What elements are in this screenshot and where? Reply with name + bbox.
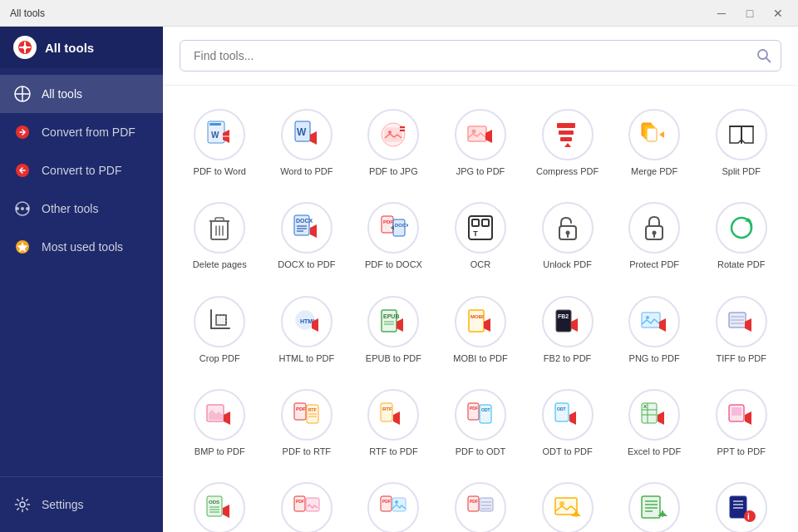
tool-item-odt-to-pdf[interactable]: ODT ODT to PDF [527, 379, 608, 466]
svg-rect-141 [642, 496, 660, 518]
tool-icon-merge-pdf [628, 109, 680, 160]
tool-icon-edit-metadata: i [716, 482, 767, 532]
tool-item-edit-metadata[interactable]: i Edit metadata [701, 472, 781, 532]
tool-icon-pdf-to-png: PDF [367, 482, 419, 532]
tool-item-png-to-pdf[interactable]: PNG to PDF [614, 286, 695, 372]
svg-marker-114 [658, 411, 664, 425]
tool-icon-png-to-pdf [628, 296, 680, 347]
tool-item-compress-pdf[interactable]: Compress PDF [527, 99, 608, 185]
svg-text:ODS: ODS [209, 500, 219, 505]
tool-item-pdf-to-rtf[interactable]: PDF RTF PDF to RTF [267, 379, 347, 466]
window-title: All tools [7, 7, 45, 19]
tool-icon-crop-pdf [194, 296, 245, 347]
tool-item-docx-to-pdf[interactable]: DOCX DOCX to PDF [267, 192, 347, 278]
tool-icon-mobi-to-pdf: MOBI [455, 296, 506, 347]
tool-item-ocr[interactable]: T OCR [441, 192, 521, 278]
convert-to-pdf-icon [13, 161, 32, 180]
svg-point-11 [758, 50, 767, 59]
svg-rect-133 [480, 498, 493, 511]
svg-point-130 [395, 500, 398, 504]
tool-item-epub-to-pdf[interactable]: EPUB EPUB to PDF [353, 286, 434, 372]
svg-rect-29 [557, 123, 575, 128]
tool-item-pdf-to-png[interactable]: PDF PDF to PNG [353, 472, 434, 532]
svg-text:FB2: FB2 [558, 313, 569, 319]
svg-point-6 [21, 207, 24, 210]
tools-grid: W PDF to Word W Word to PDF PDF to JPG J… [163, 86, 798, 532]
sidebar-item-most-used-tools-label: Most used tools [42, 240, 123, 254]
svg-rect-35 [647, 128, 657, 141]
sidebar-item-all-tools[interactable]: All tools [0, 75, 163, 113]
settings-item[interactable]: Settings [13, 487, 150, 522]
tool-item-split-pdf[interactable]: Split PDF [701, 99, 781, 185]
sidebar-footer: Settings [0, 476, 163, 532]
svg-text:PDF: PDF [470, 406, 478, 411]
tool-item-crop-pdf[interactable]: Crop PDF [180, 286, 260, 372]
tool-item-bmp-to-pdf[interactable]: BMP to PDF [180, 379, 260, 466]
sidebar-item-convert-to-pdf[interactable]: Convert to PDF [0, 151, 163, 190]
tool-icon-epub-to-pdf: EPUB [367, 296, 419, 347]
svg-marker-20 [310, 131, 317, 145]
tool-item-delete-pages[interactable]: Delete pages [180, 192, 260, 278]
tool-icon-pdf-to-tiff: PDF [455, 482, 506, 532]
maximize-button[interactable]: □ [736, 3, 763, 23]
tool-item-pdf-to-word[interactable]: W PDF to Word [180, 99, 260, 185]
search-bar [163, 27, 798, 86]
tool-label-protect-pdf: Protect PDF [629, 259, 679, 270]
svg-text:EPUB: EPUB [383, 313, 399, 319]
tool-label-pdf-to-jpg: PDF to JPG [369, 165, 418, 177]
svg-text:ODT: ODT [481, 407, 490, 412]
minimize-button[interactable]: ─ [708, 3, 735, 23]
tool-item-mobi-to-pdf[interactable]: MOBI MOBI to PDF [441, 286, 521, 372]
tool-item-protect-pdf[interactable]: Protect PDF [614, 192, 695, 278]
svg-rect-31 [560, 137, 572, 141]
tool-item-excel-to-pdf[interactable]: X Excel to PDF [614, 379, 695, 466]
tool-icon-tiff-to-pdf [716, 296, 767, 347]
search-input[interactable] [180, 40, 781, 71]
tool-label-jpg-to-pdf: JPG to PDF [456, 165, 505, 177]
svg-marker-101 [393, 411, 400, 425]
svg-point-7 [16, 207, 19, 210]
window-controls: ─ □ ✕ [708, 3, 791, 23]
tool-item-fb2-to-pdf[interactable]: FB2 FB2 to PDF [527, 286, 608, 372]
svg-marker-78 [397, 318, 403, 332]
svg-point-27 [471, 130, 475, 134]
svg-rect-70 [216, 315, 226, 325]
sidebar-item-convert-from-pdf[interactable]: Convert from PDF [0, 113, 163, 151]
svg-text:PDF: PDF [382, 499, 391, 504]
tool-item-html-to-pdf[interactable]: HTML HTML to PDF [267, 286, 347, 372]
tool-item-pdf-to-odt[interactable]: PDF ODT PDF to ODT [441, 379, 521, 466]
svg-rect-49 [382, 216, 393, 233]
tool-item-ods-to-pdf[interactable]: ODS ODS to PDF [180, 472, 260, 532]
tool-label-merge-pdf: Merge PDF [631, 165, 677, 177]
app-logo-icon [13, 36, 37, 59]
tool-item-pdf-to-jpg[interactable]: PDF to JPG [353, 99, 434, 185]
tool-label-epub-to-pdf: EPUB to PDF [366, 352, 421, 364]
tool-item-tiff-to-pdf[interactable]: TIFF to PDF [701, 286, 781, 372]
tool-item-extract-images[interactable]: Extract images [527, 472, 608, 532]
tool-icon-split-pdf [716, 109, 767, 160]
tool-item-jpg-to-pdf[interactable]: JPG to PDF [441, 99, 521, 185]
tool-label-excel-to-pdf: Excel to PDF [628, 446, 681, 457]
svg-rect-56 [482, 219, 489, 226]
tool-icon-pdf-to-jpg [367, 109, 419, 160]
tool-icon-pdf-to-odt: PDF ODT [455, 389, 506, 441]
tool-item-rotate-pdf[interactable]: Rotate PDF [701, 192, 781, 278]
svg-rect-30 [559, 131, 574, 135]
tool-label-pdf-to-rtf: PDF to RTF [283, 446, 331, 457]
close-button[interactable]: ✕ [765, 3, 791, 23]
tool-label-docx-to-pdf: DOCX to PDF [278, 259, 335, 270]
svg-text:T: T [473, 229, 478, 238]
tool-label-pdf-to-docx: PDF to DOCX [365, 259, 422, 270]
tool-item-rtf-to-pdf[interactable]: RTF RTF to PDF [353, 379, 434, 466]
sidebar-item-other-tools[interactable]: Other tools [0, 190, 163, 228]
tool-item-unlock-pdf[interactable]: Unlock PDF [527, 192, 608, 278]
tool-item-pdf-to-bmp[interactable]: PDF PDF to BMP [267, 472, 347, 532]
tool-item-pdf-to-docx[interactable]: PDF DOCX PDF to DOCX [353, 192, 434, 278]
tool-item-extract-text[interactable]: Extract text [614, 472, 695, 532]
sidebar-item-most-used-tools[interactable]: Most used tools [0, 228, 163, 266]
tool-item-pdf-to-tiff[interactable]: PDF PDF to TIFF [441, 472, 521, 532]
tool-icon-protect-pdf [628, 202, 680, 254]
tool-item-ppt-to-pdf[interactable]: PPT to PDF [701, 379, 781, 466]
tool-item-word-to-pdf[interactable]: W Word to PDF [267, 99, 347, 185]
tool-item-merge-pdf[interactable]: Merge PDF [614, 99, 695, 185]
